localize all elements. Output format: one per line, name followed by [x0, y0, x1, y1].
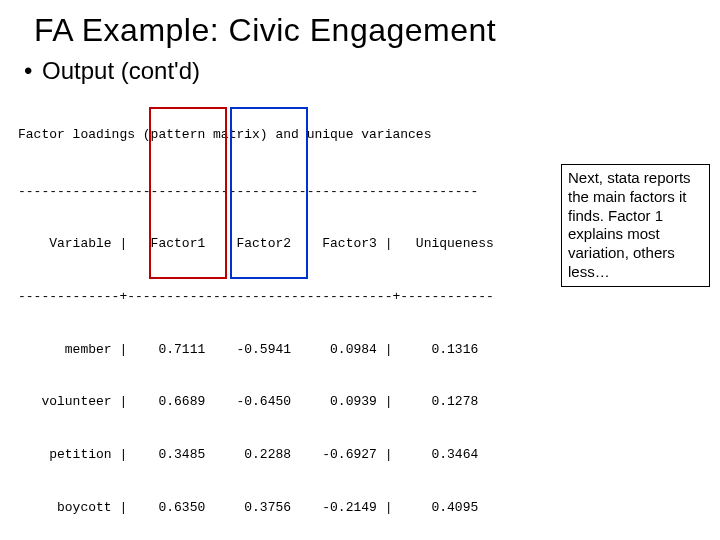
side-note: Next, stata reports the main factors it … [561, 164, 710, 287]
bullet-dot-icon: • [24, 57, 42, 85]
bullet-text: Output (cont'd) [42, 57, 200, 84]
output-heading: Factor loadings (pattern matrix) and uni… [18, 126, 702, 144]
table-row: petition | 0.3485 0.2288 -0.6927 | 0.346… [18, 446, 702, 464]
slide-title: FA Example: Civic Engagement [34, 12, 702, 49]
table-row: boycott | 0.6350 0.3756 -0.2149 | 0.4095 [18, 499, 702, 517]
bullet-line: •Output (cont'd) [24, 57, 702, 85]
table-sep: -------------+--------------------------… [18, 288, 702, 306]
table-row: volunteer | 0.6689 -0.6450 0.0939 | 0.12… [18, 393, 702, 411]
stata-output: Factor loadings (pattern matrix) and uni… [18, 91, 702, 540]
table-row: member | 0.7111 -0.5941 0.0984 | 0.1316 [18, 341, 702, 359]
